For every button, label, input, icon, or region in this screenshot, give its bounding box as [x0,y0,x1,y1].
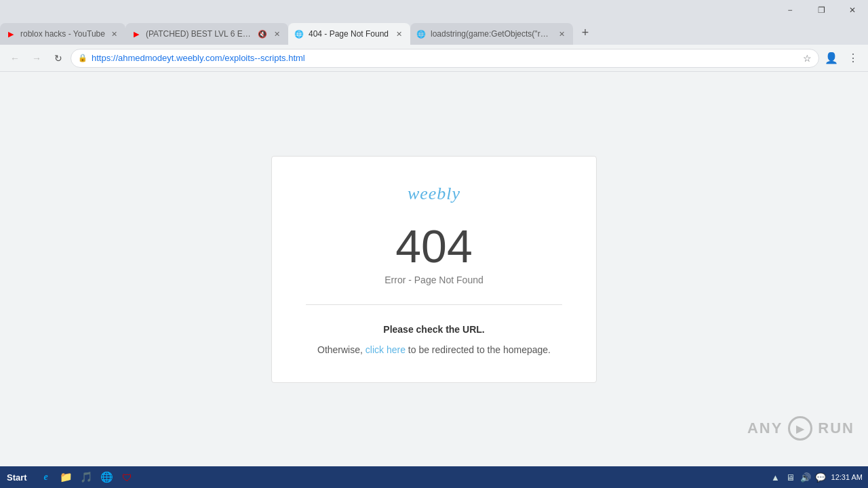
anyrun-any-text: ANY [747,420,783,437]
minimize-button[interactable]: − [774,0,806,20]
error-subtitle: Error - Page Not Found [384,274,484,285]
error-card: weebly 404 Error - Page Not Found Please… [271,156,597,383]
window-controls: − ❐ ✕ [774,0,868,20]
tab-title-4: loadstring(game:GetObjects("rbxas... [431,29,553,39]
tab-roblox-hacks[interactable]: ▶ roblox hacks - YouTube ✕ [0,23,125,45]
reload-button[interactable]: ↻ [49,49,68,68]
profile-button[interactable]: 👤 [822,49,841,68]
tray-network-icon[interactable]: 🖥 [784,470,797,484]
error-code: 404 [395,223,472,269]
lock-icon: 🔒 [78,54,87,62]
system-time: 12:31 AM [829,473,863,481]
shield-glyph: 🛡 [122,472,132,483]
tab-patched[interactable]: ▶ (PATCHED) BEST LVL 6 EXECUTI... 🔇 ✕ [125,23,288,45]
taskbar: Start e 📁 🎵 🌐 🛡 ▲ 🖥 🔊 💬 12:31 AM [0,466,868,488]
start-button[interactable]: Start [0,466,34,488]
start-label: Start [7,472,27,483]
weebly-logo: weebly [408,184,460,204]
check-url-text: Please check the URL. [383,324,484,335]
forward-button[interactable]: → [27,49,46,68]
page-content: weebly 404 Error - Page Not Found Please… [0,72,868,466]
folder-glyph: 📁 [60,471,73,483]
tab-close-3[interactable]: ✕ [394,28,405,39]
taskbar-tray: ▲ 🖥 🔊 💬 12:31 AM [764,470,868,484]
tab-title-3: 404 - Page Not Found [309,29,390,39]
tray-volume-icon[interactable]: 🔊 [799,470,812,484]
tab-title-2: (PATCHED) BEST LVL 6 EXECUTI... [146,29,253,39]
tab-close-4[interactable]: ✕ [557,28,568,39]
click-here-link[interactable]: click here [366,344,406,355]
redirect-suffix: to be redirected to the homepage. [406,344,551,355]
chrome-menu-button[interactable]: ⋮ [844,49,863,68]
back-button[interactable]: ← [5,49,24,68]
ie-glyph: e [44,472,48,483]
page-favicon-3: 🌐 [294,28,304,39]
address-bar[interactable]: 🔒 https://ahmedmodeyt.weebly.com/exploit… [71,49,819,68]
close-button[interactable]: ✕ [837,0,868,20]
taskbar-shield-icon[interactable]: 🛡 [118,468,137,487]
tab-404[interactable]: 🌐 404 - Page Not Found ✕ [288,23,410,45]
tab-title-1: roblox hacks - YouTube [20,29,105,39]
tab-loadstring[interactable]: 🌐 loadstring(game:GetObjects("rbxas... ✕ [410,23,573,45]
title-bar: − ❐ ✕ [0,0,868,20]
nav-bar: ← → ↻ 🔒 https://ahmedmodeyt.weebly.com/e… [0,45,868,72]
tab-close-1[interactable]: ✕ [109,28,120,39]
redirect-text: Otherwise, click here to be redirected t… [317,344,551,355]
chrome-glyph: 🌐 [100,471,113,483]
taskbar-items: e 📁 🎵 🌐 🛡 [34,468,764,487]
url-text: https://ahmedmodeyt.weebly.com/exploits-… [92,53,799,63]
restore-button[interactable]: ❐ [806,0,837,20]
mute-icon-2: 🔇 [257,28,268,39]
anyrun-play-icon: ▶ [788,416,812,441]
anyrun-run-text: RUN [818,420,854,437]
taskbar-media-icon[interactable]: 🎵 [77,468,96,487]
anyrun-watermark: ANY ▶ RUN [747,416,854,441]
bookmark-icon[interactable]: ☆ [803,53,812,64]
media-glyph: 🎵 [80,471,93,483]
redirect-prefix: Otherwise, [317,344,366,355]
taskbar-chrome-icon[interactable]: 🌐 [98,468,117,487]
youtube-favicon-1: ▶ [5,28,16,39]
taskbar-folder-icon[interactable]: 📁 [57,468,76,487]
error-divider [306,304,562,305]
taskbar-ie-icon[interactable]: e [37,468,56,487]
tabs-bar: ▶ roblox hacks - YouTube ✕ ▶ (PATCHED) B… [0,20,868,45]
youtube-favicon-2: ▶ [131,28,142,39]
tray-message-icon[interactable]: 💬 [814,470,827,484]
new-tab-button[interactable]: + [576,23,595,42]
tab-close-2[interactable]: ✕ [272,28,283,39]
tray-up-arrow[interactable]: ▲ [769,470,783,484]
page-favicon-4: 🌐 [416,28,427,39]
